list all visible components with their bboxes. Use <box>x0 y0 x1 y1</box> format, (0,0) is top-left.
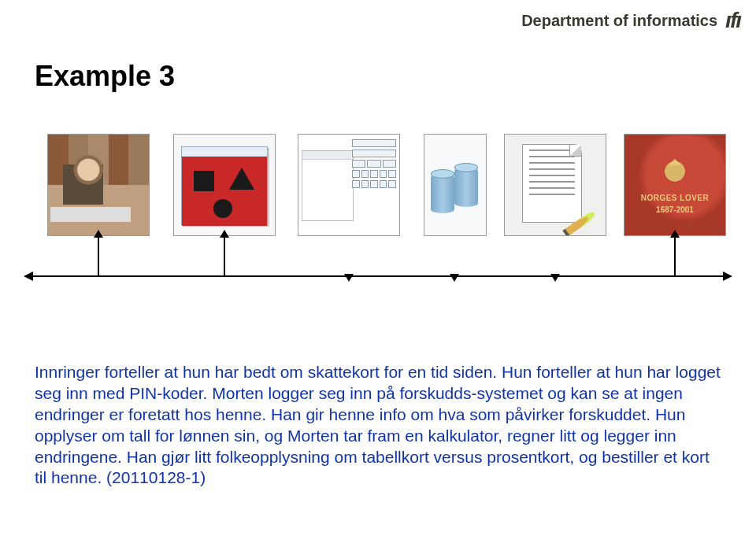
body-paragraph: Innringer forteller at hun har bedt om s… <box>35 362 721 489</box>
book-years: 1687-2001 <box>656 205 694 214</box>
concept-diagram: NORGES LOVER 1687-2001 <box>0 134 756 323</box>
image-law-book: NORGES LOVER 1687-2001 <box>624 134 726 236</box>
book-title: NORGES LOVER <box>641 193 710 202</box>
image-system-diagram <box>298 134 400 236</box>
image-databases <box>424 134 487 236</box>
axis-tick <box>674 236 676 275</box>
coat-of-arms-icon <box>659 156 691 190</box>
image-user-at-laptop <box>47 134 150 236</box>
slide-header: Department of informatics ıfı <box>521 8 740 33</box>
department-label: Department of informatics <box>521 12 717 30</box>
page-title: Example 3 <box>35 60 175 93</box>
image-shape-sorter <box>173 134 276 236</box>
axis-tick <box>224 236 225 275</box>
ifi-logo: ıfı <box>725 8 740 33</box>
horizontal-axis <box>32 275 724 277</box>
axis-tick <box>98 236 99 275</box>
image-document-pen <box>504 134 606 236</box>
